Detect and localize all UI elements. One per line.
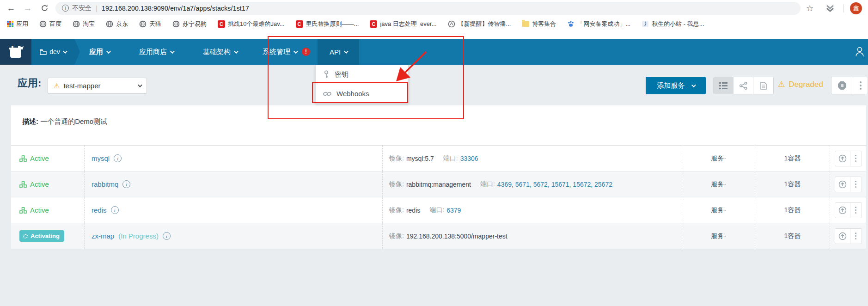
info-icon[interactable]: i [111,206,119,214]
info-icon[interactable]: i [122,180,130,188]
environment-name: dev [49,48,60,55]
nav-item-infrastructure[interactable]: 基础架构 [203,48,237,56]
service-stack-icon [19,181,27,188]
bookmark-item[interactable]: 京东 [106,20,128,28]
browser-forward-icon[interactable]: → [22,3,33,14]
list-view-button[interactable] [714,77,734,94]
link-icon [323,91,331,97]
page-info-icon[interactable]: i [62,5,69,12]
browser-avatar[interactable]: 鑫 [850,2,862,14]
bookmark-item[interactable]: 百度 [39,20,61,28]
browser-toolbar: ← → i 不安全 | 192.168.200.138:9090/env/1a7… [0,0,868,16]
bookmark-item[interactable]: 【新提醒】传智播... [448,20,511,28]
address-bar[interactable]: i 不安全 | 192.168.200.138:9090/env/1a7/app… [55,2,801,15]
containers-cell: 1容器 [755,197,830,223]
stack-menu-button[interactable] [853,77,868,94]
service-link[interactable]: rabbitmq [92,180,118,188]
main-content: 应用: ⚠ test-mapper 添加服务 ⚠ Degraded 描述: 一个… [0,65,868,306]
table-row-mysql: Active mysql i 镜像: mysql:5.7 端口: 33306 服… [11,146,866,171]
csdn-icon: C [370,20,377,28]
row-menu-button[interactable] [850,203,862,218]
key-icon [323,70,330,79]
row-menu-button[interactable] [850,177,862,192]
upgrade-button[interactable] [835,151,850,166]
chevron-down-icon [691,83,696,87]
user-account-icon[interactable] [855,46,864,57]
type-cell: 服务· [682,146,755,171]
environment-selector[interactable]: dev [31,39,74,65]
bookmark-item[interactable]: 苏宁易购 [172,20,207,28]
service-link[interactable]: redis [92,206,107,214]
chevron-down-icon [106,49,111,54]
rancher-logo[interactable] [0,39,31,65]
bookmark-item[interactable]: 博客集合 [522,20,556,28]
api-dropdown-menu: 密钥 Webhooks [315,65,409,104]
info-icon[interactable]: i [114,154,122,162]
bookmark-apps[interactable]: 应用 [7,20,28,28]
menu-item-webhooks[interactable]: Webhooks [316,84,408,103]
stop-icon [838,81,846,90]
bookmark-item[interactable]: 「网安备案成功」... [567,20,630,28]
list-icon [719,82,727,89]
row-menu-button[interactable] [850,151,862,166]
kebab-menu-icon [860,81,862,90]
services-table: Active mysql i 镜像: mysql:5.7 端口: 33306 服… [11,145,866,249]
actions-cell [830,197,866,223]
nav-item-api[interactable]: API [318,39,359,65]
stop-stack-button[interactable] [831,77,853,94]
circle-up-arrow-icon [838,154,847,163]
service-link[interactable]: zx-map [92,232,114,240]
apps-grid-icon [7,21,13,27]
info-icon[interactable]: i [163,232,171,240]
port-links[interactable]: 4369, 5671, 5672, 15671, 15672, 25672 [497,181,612,188]
bookmarks-bar: 应用 百度 淘宝 京东 天猫 苏宁易购 C 挑战10个最难的Jav... C 里… [0,16,868,31]
upgrade-button[interactable] [835,203,850,218]
site-icon [642,20,649,28]
circle-up-arrow-icon [838,206,847,214]
stack-selector[interactable]: ⚠ test-mapper [48,78,147,94]
type-cell: 服务· [682,223,755,249]
globe-icon [106,20,113,28]
nav-item-admin[interactable]: 系统管理 ! [263,48,310,56]
service-link[interactable]: mysql [92,154,110,162]
bookmark-item[interactable]: 秋生的小站 - 我总... [642,20,704,28]
image-cell: 镜像: redis 端口: 6379 [382,197,682,223]
csdn-icon: C [296,20,303,28]
nav-item-apps[interactable]: 应用 [89,48,110,56]
port-links[interactable]: 6379 [446,207,461,214]
bookmark-item[interactable]: C 挑战10个最难的Jav... [218,20,285,28]
bookmark-item[interactable]: C 里氏替换原则——... [296,20,359,28]
image-cell: 镜像: mysql:5.7 端口: 33306 [382,146,682,171]
status-text: Activating [31,233,60,239]
export-config-button[interactable] [753,77,773,94]
menu-item-api-keys[interactable]: 密钥 [316,65,408,84]
row-menu-button[interactable] [850,229,862,244]
stack-description: 描述: 一个普通的Demo测试 [11,105,866,145]
name-cell: redis i [84,197,382,223]
nav-item-catalog[interactable]: 应用商店 [139,48,173,56]
bookmark-item[interactable]: C java 日志处理_ever... [370,20,436,28]
port-links[interactable]: 33306 [460,155,478,162]
forum-icon [448,20,455,28]
upgrade-button[interactable] [835,177,850,192]
containers-cell: 1容器 [755,171,830,197]
circle-up-arrow-icon [838,180,847,189]
image-cell: 镜像: 192.168.200.138:5000/mapper-test [382,223,682,249]
bookmark-item[interactable]: 淘宝 [73,20,95,28]
kebab-menu-icon [855,233,856,239]
bookmark-item[interactable]: 天猫 [139,20,161,28]
browser-back-icon[interactable]: ← [6,3,17,14]
download-indicator-icon[interactable] [825,5,835,12]
graph-view-button[interactable] [734,77,753,94]
globe-icon [139,20,147,28]
add-service-button[interactable]: 添加服务 [646,77,706,94]
table-row-rabbitmq: Active rabbitmq i 镜像: rabbitmq:managemen… [11,171,866,197]
status-text: Active [30,206,49,214]
kebab-menu-icon [855,155,856,162]
bookmark-star-icon[interactable]: ☆ [806,3,813,13]
csdn-icon: C [218,20,225,28]
containers-cell: 1容器 [755,223,830,249]
upgrade-button[interactable] [835,229,850,244]
browser-reload-icon[interactable] [39,3,50,14]
paw-icon [567,20,575,28]
